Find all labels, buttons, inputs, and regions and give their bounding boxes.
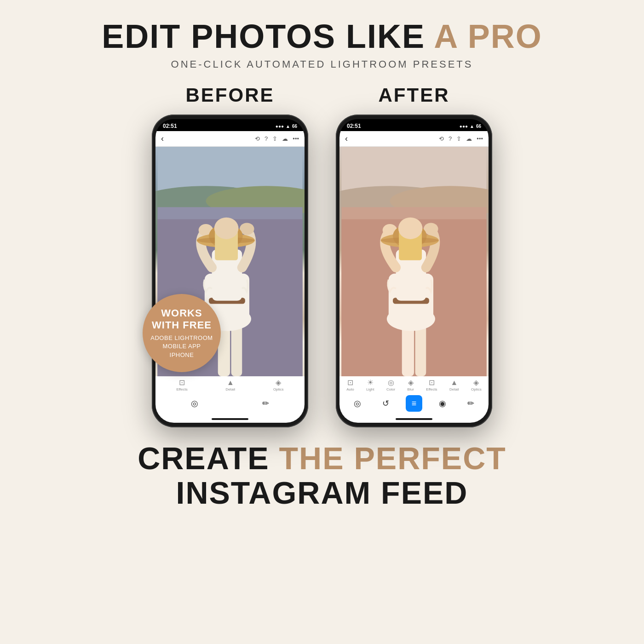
effects-label-before: Effects: [176, 387, 187, 391]
footer-subtitle: INSTAGRAM FEED: [138, 476, 506, 510]
cloud-icon[interactable]: ☁: [282, 135, 288, 142]
color-label-after: Color: [386, 387, 395, 391]
effects-label-after: Effects: [426, 387, 437, 391]
detail-icon-after: ▲: [450, 379, 458, 386]
toolbar-item-light-after[interactable]: ☀ Light: [366, 379, 374, 391]
toolbar2-adjust-after[interactable]: ≡: [406, 395, 422, 412]
before-label: BEFORE: [185, 84, 274, 106]
status-bar-before: 02:51 ●●● ▲ 66: [155, 119, 305, 131]
blur-label-after: Blur: [408, 387, 414, 391]
toolbar2-rotate-after[interactable]: ↺: [377, 395, 394, 412]
toolbar-item-detail-after[interactable]: ▲ Detail: [449, 379, 459, 391]
info-icon-after[interactable]: ?: [448, 135, 452, 142]
before-phone-screen: 02:51 ●●● ▲ 66 ‹ ⟲ ? ⇧: [155, 119, 305, 423]
blur-icon-after: ◈: [408, 379, 414, 386]
after-section: AFTER 02:51 ●●● ▲ 66: [336, 84, 492, 427]
back-button-after[interactable]: ‹: [345, 134, 348, 144]
status-icons-after: ●●● ▲ 66: [460, 124, 481, 129]
photo-after: [339, 147, 489, 376]
title-part1: EDIT PHOTOS LIKE: [102, 18, 434, 55]
after-label: AFTER: [379, 84, 450, 106]
dynamic-island-before: [212, 122, 248, 131]
svg-rect-36: [341, 147, 486, 376]
lr-header-before: ‹ ⟲ ? ⇧ ☁ •••: [155, 131, 305, 147]
after-phone-screen: 02:51 ●●● ▲ 66 ‹ ⟲ ? ⇧: [339, 119, 489, 423]
back-button-before[interactable]: ‹: [161, 134, 164, 144]
dynamic-island-after: [396, 122, 432, 131]
subtitle: ONE-CLICK AUTOMATED LIGHTROOM PRESETS: [102, 58, 542, 70]
optics-icon-before: ◈: [276, 379, 281, 386]
share-icon[interactable]: ⇧: [272, 135, 277, 142]
toolbar2-circle-after[interactable]: ◎: [349, 395, 366, 412]
footer: CREATE THE PERFECT INSTAGRAM FEED: [138, 441, 506, 510]
toolbar-item-optics-before[interactable]: ◈ Optics: [273, 379, 284, 391]
light-label-after: Light: [366, 387, 374, 391]
auto-icon-after: ⊡: [347, 379, 353, 386]
toolbar-item-blur-after[interactable]: ◈ Blur: [408, 379, 414, 391]
main-title: EDIT PHOTOS LIKE A PRO: [102, 18, 542, 55]
header: EDIT PHOTOS LIKE A PRO ONE-CLICK AUTOMAT…: [102, 18, 542, 70]
cloud-icon-after[interactable]: ☁: [466, 135, 472, 142]
footer-highlight: THE PERFECT: [279, 441, 506, 476]
title-part2: A PRO: [434, 18, 542, 55]
home-indicator-after: [396, 418, 432, 420]
home-indicator-before: [212, 418, 248, 420]
lr-header-icons-before: ⟲ ? ⇧ ☁ •••: [255, 135, 299, 142]
lr-toolbar2-before: ◎ ✏: [155, 393, 305, 415]
woman-figure-after: [339, 147, 489, 376]
footer-create: CREATE: [138, 441, 279, 476]
lr-toolbar-after: ⊡ Auto ☀ Light ◎ Color ◈: [339, 376, 489, 393]
phones-container: BEFORE WORKS WITH FREE ADOBE LIGHTROOM M…: [152, 84, 492, 427]
lr-toolbar2-after: ◎ ↺ ≡ ◉ ✏: [339, 393, 489, 415]
toolbar2-edit-before[interactable]: ✏: [257, 395, 274, 412]
badge-main: WORKS WITH FREE: [152, 307, 212, 332]
optics-label-before: Optics: [273, 387, 284, 391]
home-bar-after: [339, 415, 489, 423]
toolbar-item-optics-after[interactable]: ◈ Optics: [471, 379, 482, 391]
auto-label-after: Auto: [346, 387, 354, 391]
lr-toolbar-before: ⊡ Effects ▲ Detail ◈ Optics: [155, 376, 305, 393]
svg-point-17: [214, 218, 239, 239]
detail-label-before: Detail: [226, 387, 235, 391]
toolbar2-circle-before[interactable]: ◎: [186, 395, 203, 412]
toolbar-item-auto-after[interactable]: ⊡ Auto: [346, 379, 354, 391]
after-phone-frame: 02:51 ●●● ▲ 66 ‹ ⟲ ? ⇧: [336, 115, 492, 427]
toolbar2-vignette-after[interactable]: ◉: [434, 395, 451, 412]
share-icon-after[interactable]: ⇧: [456, 135, 461, 142]
color-icon-after: ◎: [388, 379, 394, 386]
toolbar-item-effects-after[interactable]: ⊡ Effects: [426, 379, 437, 391]
lr-header-after: ‹ ⟲ ? ⇧ ☁ •••: [339, 131, 489, 147]
history-icon[interactable]: ⟲: [255, 135, 260, 142]
toolbar-item-detail-before[interactable]: ▲ Detail: [226, 379, 235, 391]
optics-icon-after: ◈: [473, 379, 479, 386]
history-icon-after[interactable]: ⟲: [439, 135, 444, 142]
before-phone-frame: 02:51 ●●● ▲ 66 ‹ ⟲ ? ⇧: [152, 115, 308, 427]
toolbar2-brush-after[interactable]: ✏: [462, 395, 479, 412]
effects-icon-after: ⊡: [429, 379, 435, 386]
svg-rect-6: [231, 325, 242, 377]
toolbar-item-effects-before[interactable]: ⊡ Effects: [176, 379, 187, 391]
status-icons-before: ●●● ▲ 66: [276, 124, 297, 129]
optics-label-after: Optics: [471, 387, 482, 391]
more-icon[interactable]: •••: [293, 135, 299, 142]
detail-label-after: Detail: [449, 387, 459, 391]
info-icon[interactable]: ?: [264, 135, 268, 142]
home-bar-before: [155, 415, 305, 423]
circle-badge: WORKS WITH FREE ADOBE LIGHTROOM MOBILE A…: [143, 294, 221, 372]
light-icon-after: ☀: [367, 379, 374, 386]
before-section: BEFORE WORKS WITH FREE ADOBE LIGHTROOM M…: [152, 84, 308, 427]
lr-header-icons-after: ⟲ ? ⇧ ☁ •••: [439, 135, 483, 142]
footer-title: CREATE THE PERFECT: [138, 441, 506, 476]
photo-after-bg: [339, 147, 489, 376]
effects-icon-before: ⊡: [179, 379, 185, 386]
detail-icon-before: ▲: [227, 379, 234, 386]
status-bar-after: 02:51 ●●● ▲ 66: [339, 119, 489, 131]
status-time-after: 02:51: [347, 123, 361, 129]
before-phone-wrapper: WORKS WITH FREE ADOBE LIGHTROOM MOBILE A…: [152, 115, 308, 427]
after-phone-wrapper: 02:51 ●●● ▲ 66 ‹ ⟲ ? ⇧: [336, 115, 492, 427]
status-time-before: 02:51: [163, 123, 177, 129]
toolbar-item-color-after[interactable]: ◎ Color: [386, 379, 395, 391]
badge-sub: ADOBE LIGHTROOM MOBILE APP IPHONE: [150, 334, 213, 359]
more-icon-after[interactable]: •••: [477, 135, 483, 142]
